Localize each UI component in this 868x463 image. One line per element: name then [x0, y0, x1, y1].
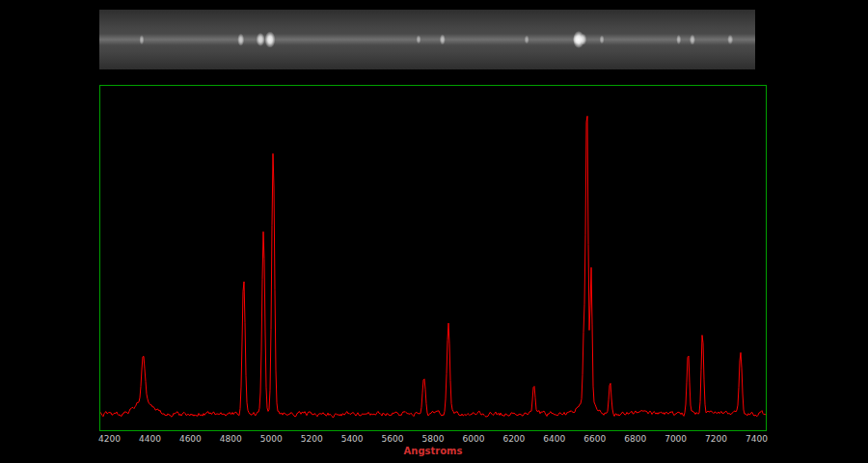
emission-line-spot — [690, 35, 695, 45]
x-tick-label: 4600 — [179, 434, 202, 444]
continuum-band — [99, 34, 755, 45]
spectrum-trace-canvas[interactable] — [100, 86, 766, 430]
emission-line-spot — [256, 33, 264, 46]
x-tick-label: 7400 — [746, 434, 768, 444]
x-tick-label: 6400 — [543, 434, 565, 444]
emission-line-spot — [580, 34, 587, 45]
x-tick-label: 5200 — [301, 434, 323, 444]
x-tick-label: 5400 — [341, 434, 364, 444]
x-tick-label: 5800 — [422, 434, 445, 444]
x-tick-label: 4800 — [220, 434, 242, 444]
emission-line-spot — [525, 36, 529, 44]
x-tick-label: 6800 — [624, 434, 646, 444]
x-tick-label: 6600 — [583, 434, 606, 444]
emission-line-spot — [264, 32, 275, 48]
emission-line-spot — [676, 35, 682, 44]
x-tick-label: 7000 — [665, 434, 687, 444]
x-tick-label: 7200 — [705, 434, 727, 444]
profile-plot-panel — [99, 85, 767, 431]
emission-line-spot — [727, 35, 733, 44]
x-tick-label: 4400 — [139, 434, 161, 444]
emission-line-spot — [139, 35, 144, 44]
emission-line-spot — [599, 35, 604, 43]
x-tick-label: 6200 — [502, 434, 525, 444]
x-axis-label: Angstroms — [99, 446, 767, 456]
app-window: 4200440046004800500052005400560058006000… — [0, 0, 868, 463]
x-tick-label: 5600 — [382, 434, 404, 444]
x-tick-label: 4200 — [98, 434, 121, 444]
x-tick-label: 5000 — [260, 434, 283, 444]
x-tick-label: 6000 — [462, 434, 484, 444]
emission-line-spot — [237, 34, 245, 46]
spectrum-strip-image — [99, 10, 755, 69]
x-axis-ticks: 4200440046004800500052005400560058006000… — [99, 434, 767, 446]
